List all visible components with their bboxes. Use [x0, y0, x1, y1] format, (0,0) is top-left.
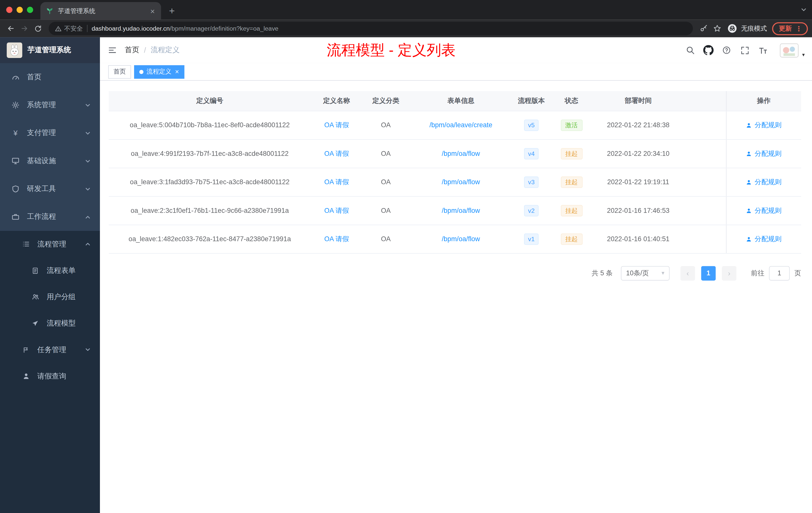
- spacer-cell: [684, 196, 726, 224]
- browser-menu-kebab-icon[interactable]: ⋮: [795, 25, 802, 32]
- assign-rule-label: 分配规则: [755, 120, 782, 130]
- assign-rule-link[interactable]: 分配规则: [746, 234, 782, 243]
- security-label[interactable]: 不安全: [64, 24, 83, 33]
- form-info-cell: /bpm/oa/flow: [409, 139, 513, 168]
- reload-button[interactable]: [31, 22, 45, 35]
- tab-title: 芋道管理系统: [58, 6, 145, 15]
- definition-name-link[interactable]: OA 请假: [324, 121, 349, 129]
- status-cell: 挂起: [550, 224, 593, 253]
- form-info-link[interactable]: /bpm/oa/flow: [442, 235, 480, 243]
- sidebar-toggle-icon[interactable]: [100, 37, 125, 63]
- spacer-cell: [684, 224, 726, 253]
- address-divider: [87, 25, 88, 32]
- sidebar-item-label: 流程表单: [47, 266, 76, 275]
- user-icon: [746, 122, 752, 128]
- definition-name-link[interactable]: OA 请假: [324, 178, 349, 185]
- search-icon[interactable]: [684, 43, 697, 58]
- definition-name-cell: OA 请假: [311, 196, 362, 224]
- url-path: /bpm/manager/definition?key=oa_leave: [170, 25, 279, 32]
- form-info-link[interactable]: /bpm/oa/flow: [442, 150, 480, 157]
- sidebar-item-user-group[interactable]: 用户分组: [0, 283, 100, 310]
- sidebar-item-workflow[interactable]: 工作流程: [0, 203, 100, 231]
- form-info-link[interactable]: /bpm/oa/flow: [442, 207, 480, 214]
- chevron-up-icon: [85, 214, 91, 220]
- top-navbar: 首页 / 流程定义 流程模型 - 定义列表: [100, 37, 812, 63]
- new-tab-button[interactable]: +: [165, 4, 179, 18]
- browser-tab[interactable]: 芋道管理系统 ×: [40, 2, 161, 20]
- sidebar-item-process-model[interactable]: 流程模型: [0, 310, 100, 336]
- window-zoom-button[interactable]: [27, 7, 33, 13]
- user-avatar[interactable]: ▾: [780, 43, 799, 57]
- col-spacer: [684, 91, 726, 111]
- definition-id-cell: oa_leave:5:004b710b-7b8a-11ec-8ef0-acde4…: [109, 111, 311, 139]
- update-label: 更新: [779, 24, 792, 33]
- form-info-link[interactable]: /bpm/oa/leave/create: [429, 121, 492, 129]
- definition-category-cell: OA: [362, 168, 409, 196]
- process-version-cell: v2: [513, 196, 550, 224]
- sidebar-item-home[interactable]: 首页: [0, 63, 100, 91]
- window-minimize-button[interactable]: [17, 7, 23, 13]
- incognito-indicator: 无痕模式: [727, 23, 767, 34]
- help-icon[interactable]: [720, 43, 733, 58]
- page-number-button[interactable]: 1: [701, 266, 716, 280]
- window-close-button[interactable]: [6, 7, 12, 13]
- sidebar-item-process-form[interactable]: 流程表单: [0, 257, 100, 283]
- assign-rule-link[interactable]: 分配规则: [746, 120, 782, 130]
- sidebar-item-label: 请假查询: [37, 371, 66, 381]
- fullscreen-icon[interactable]: [738, 43, 751, 58]
- users-icon: [31, 293, 39, 301]
- tab-close-icon[interactable]: ×: [149, 6, 156, 16]
- back-button[interactable]: [4, 22, 18, 35]
- github-icon[interactable]: [702, 43, 715, 58]
- sidebar-item-infra[interactable]: 基础设施: [0, 147, 100, 175]
- sidebar: 芋道管理系统 首页 系统管理 ¥ 支付管理: [0, 37, 100, 513]
- sidebar-item-devtools[interactable]: 研发工具: [0, 175, 100, 203]
- sidebar-item-payment[interactable]: ¥ 支付管理: [0, 119, 100, 147]
- assign-rule-label: 分配规则: [755, 234, 782, 243]
- sidebar-item-system[interactable]: 系统管理: [0, 91, 100, 119]
- font-size-icon[interactable]: [756, 43, 769, 58]
- sidebar-item-label: 任务管理: [37, 345, 66, 354]
- address-bar[interactable]: 不安全 dashboard.yudao.iocoder.cn /bpm/mana…: [49, 22, 693, 35]
- breadcrumb-home[interactable]: 首页: [125, 46, 139, 55]
- sidebar-logo[interactable]: 芋道管理系统: [0, 37, 100, 63]
- definition-name-cell: OA 请假: [311, 168, 362, 196]
- tag-process-definition[interactable]: 流程定义 ×: [134, 65, 184, 79]
- definition-name-link[interactable]: OA 请假: [324, 206, 349, 214]
- version-badge: v4: [524, 148, 539, 159]
- assign-rule-link[interactable]: 分配规则: [746, 149, 782, 158]
- sidebar-item-leave-query[interactable]: 请假查询: [0, 363, 100, 389]
- tab-search-chevron-icon[interactable]: [801, 7, 807, 13]
- select-caret-icon: ▾: [662, 270, 664, 277]
- browser-update-button[interactable]: 更新 ⋮: [772, 22, 808, 35]
- user-icon: [22, 372, 30, 380]
- sidebar-item-task-mgmt[interactable]: 任务管理: [0, 337, 100, 363]
- forward-button[interactable]: [18, 22, 31, 35]
- prev-page-button[interactable]: ‹: [680, 266, 695, 280]
- sidebar-item-label: 系统管理: [27, 100, 56, 110]
- next-page-button[interactable]: ›: [722, 266, 736, 280]
- assign-rule-link[interactable]: 分配规则: [746, 177, 782, 186]
- status-cell: 挂起: [550, 196, 593, 224]
- goto-page-input[interactable]: [769, 266, 790, 280]
- version-badge: v3: [524, 176, 539, 187]
- assign-rule-link[interactable]: 分配规则: [746, 206, 782, 215]
- key-icon[interactable]: [697, 22, 710, 35]
- page-size-select[interactable]: 10条/页 ▾: [621, 266, 670, 280]
- action-cell: 分配规则: [726, 224, 801, 253]
- deploy-time-cell: 2022-01-16 17:46:53: [593, 196, 684, 224]
- status-badge: 激活: [561, 119, 582, 130]
- sidebar-item-label: 研发工具: [27, 184, 56, 193]
- form-info-link[interactable]: /bpm/oa/flow: [442, 178, 480, 186]
- sidebar-item-label: 支付管理: [27, 128, 56, 138]
- bookmark-star-icon[interactable]: [710, 22, 724, 35]
- tag-close-icon[interactable]: ×: [175, 68, 179, 75]
- chevron-down-icon: [85, 347, 91, 353]
- definition-name-link[interactable]: OA 请假: [324, 235, 349, 242]
- table-row: oa_leave:2:3c1f0ef1-76b1-11ec-9c66-a2380…: [109, 196, 801, 224]
- chevron-up-icon: [85, 241, 91, 247]
- sidebar-item-process-mgmt[interactable]: 流程管理: [0, 231, 100, 257]
- tag-home[interactable]: 首页: [108, 65, 131, 79]
- shield-icon: [11, 185, 20, 193]
- definition-name-link[interactable]: OA 请假: [324, 149, 349, 157]
